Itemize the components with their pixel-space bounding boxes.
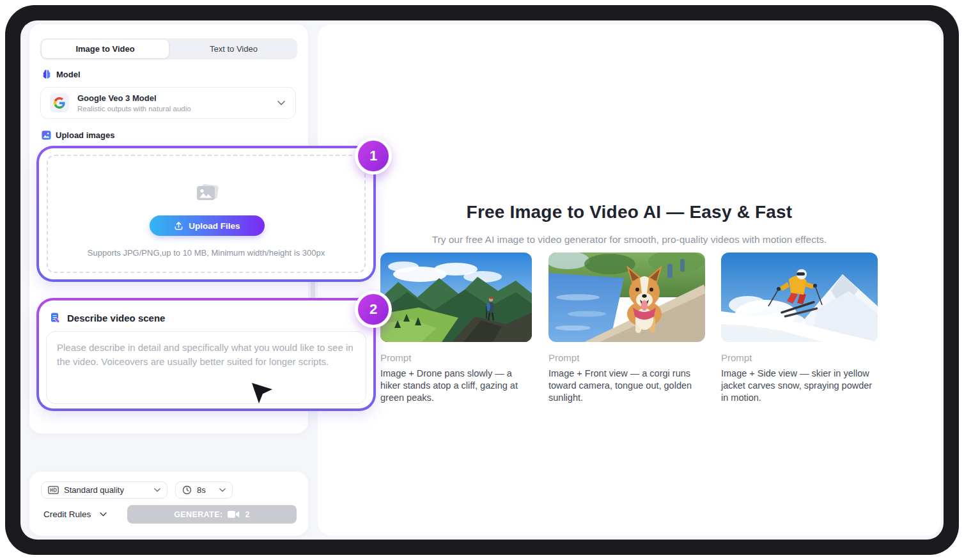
describe-icon [50,312,61,323]
tab-text-to-video-label: Text to Video [210,44,258,54]
chevron-down-icon [100,512,107,517]
page-title: Free Image to Video AI — Easy & Fast [318,202,941,222]
screenshot-stage: Image to Video Text to Video Model [0,0,964,560]
prompt-label: Prompt [548,352,705,363]
upload-files-label: Upload Files [189,221,240,231]
generation-controls-panel: Standard quality 8s Credit Rules G [29,472,308,536]
describe-highlight-box: Describe video scene [36,298,376,411]
upload-hint: Supports JPG/PNG,up to 10 MB, Minimum wi… [39,248,373,258]
step-2-number: 2 [358,294,389,325]
tab-text-to-video[interactable]: Text to Video [170,38,297,59]
model-name: Google Veo 3 Model [77,93,191,103]
page-subtitle: Try our free AI image to video generator… [318,234,941,245]
example-card-corgi: Prompt Image + Front view — a corgi runs… [548,253,705,404]
clock-icon [182,485,192,495]
credit-rules-label: Credit Rules [43,509,91,519]
model-select[interactable]: Google Veo 3 Model Realistic outputs wit… [40,87,296,119]
prompt-text: Image + Side view — skier in yellow jack… [721,368,878,404]
google-logo-icon [54,97,65,109]
prompt-text: Image + Front view — a corgi runs toward… [548,368,705,404]
model-description: Realistic outputs with natural audio [77,105,191,113]
mouse-cursor-icon [248,379,274,405]
describe-textarea[interactable] [46,331,366,404]
chevron-down-icon [277,100,285,105]
duration-select[interactable]: 8s [175,481,233,499]
model-icon [42,69,52,79]
model-section-header: Model [42,69,81,79]
tab-image-to-video[interactable]: Image to Video [42,40,169,58]
hd-quality-icon [48,486,59,494]
model-section-label: Model [56,70,81,79]
example-image-skier[interactable] [721,253,878,342]
prompt-text: Image + Drone pans slowly — a hiker stan… [380,368,532,404]
prompt-label: Prompt [380,352,532,363]
example-card-hiker: Prompt Image + Drone pans slowly — a hik… [380,253,532,404]
generate-button[interactable]: GENERATE: 2 [127,505,297,524]
example-image-hiker[interactable] [380,253,532,342]
generate-label: GENERATE: [174,510,222,519]
upload-files-button[interactable]: Upload Files [150,215,265,236]
step-2-badge: 2 [355,291,392,328]
quality-select[interactable]: Standard quality [41,481,167,499]
upload-section-header: Upload images [42,130,114,140]
video-camera-icon [228,510,240,518]
landing-content: Free Image to Video AI — Easy & Fast Try… [318,24,941,536]
quality-value: Standard quality [64,485,124,495]
describe-section-label: Describe video scene [67,313,165,323]
chevron-down-icon [154,488,160,492]
generate-credits: 2 [245,510,249,519]
google-logo-box [50,93,69,113]
prompt-label: Prompt [721,352,878,363]
describe-section-header: Describe video scene [50,312,165,323]
example-image-corgi[interactable] [548,253,705,342]
step-1-number: 1 [358,141,389,171]
upload-section-label: Upload images [56,130,114,140]
chevron-down-icon [219,488,226,492]
mode-tabbar: Image to Video Text to Video [40,38,297,59]
example-card-skier: Prompt Image + Side view — skier in yell… [721,253,878,404]
step-1-badge: 1 [355,137,392,175]
upload-arrow-icon [174,221,183,231]
tab-image-to-video-label: Image to Video [75,44,134,54]
upload-images-icon [42,130,51,140]
image-placeholder-icon [194,182,220,205]
upload-highlight-box: Upload Files Supports JPG/PNG,up to 10 M… [36,146,376,282]
duration-value: 8s [197,485,206,495]
credit-rules-toggle[interactable]: Credit Rules [43,509,107,519]
